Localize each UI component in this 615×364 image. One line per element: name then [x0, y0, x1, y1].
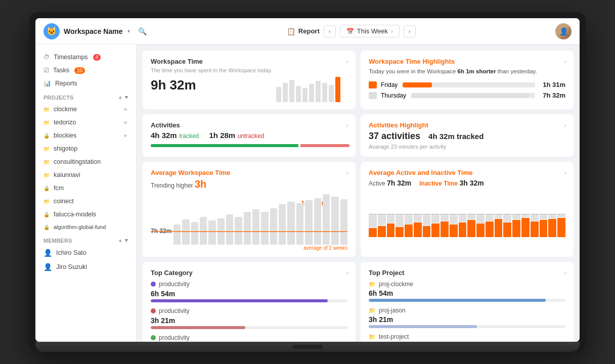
sidebar-item-blockies[interactable]: 🔒 blockies ★: [35, 129, 136, 142]
tasks-icon: ☑: [43, 67, 49, 74]
thursday-row: Thursday 7h 32m: [369, 92, 565, 99]
chart-bar: [296, 86, 301, 102]
timestamps-icon: ⏱: [43, 54, 50, 61]
avg-bar: [270, 208, 277, 245]
inactive-label: Inactive Time: [419, 180, 459, 187]
add-project-button[interactable]: +: [119, 95, 122, 101]
thursday-bar-bg: [411, 93, 535, 98]
tp-bar-fill-2: [369, 325, 477, 328]
aai-bar-group: [459, 192, 467, 237]
sidebar-item-jiro[interactable]: 👤 Jiro Suzuki: [35, 260, 136, 274]
sidebar-item-ichiro[interactable]: 👤 Ichiro Sato: [35, 246, 136, 260]
sidebar-item-clockme[interactable]: 📁 clockme ★: [35, 103, 136, 116]
sidebar-item-shigotop[interactable]: 📁 shigotop: [35, 142, 136, 155]
top-category-arrow[interactable]: ›: [346, 269, 348, 277]
avatar[interactable]: 👤: [555, 23, 572, 39]
aai-bar-group: [486, 192, 494, 237]
projects-collapse-icon[interactable]: ▾: [125, 94, 128, 101]
avg-wt-arrow[interactable]: ›: [346, 169, 348, 176]
tc-bar-fill-2: [151, 326, 245, 329]
aai-stats: Active 7h 32m Inactive Time 3h 32m: [369, 178, 565, 188]
thursday-dot: [369, 92, 377, 99]
folder-icon: 📁: [43, 120, 50, 125]
activities-avg: Avarage 23 minutes per activity: [369, 144, 565, 150]
untracked-value: 1h 28m: [209, 131, 236, 140]
activities-progress-bar: [151, 144, 347, 147]
logo-area: 🐱 Workspace Name ▾ 🔍: [43, 23, 147, 39]
avg-bar: [287, 202, 294, 245]
chart-bar: [316, 81, 321, 102]
lock-icon: 🔒: [43, 224, 50, 230]
aai-bar-group: [503, 192, 511, 237]
top-category-item-3: productivity: [151, 334, 347, 341]
sidebar-item-fcm[interactable]: 🔒 fcm: [35, 181, 136, 195]
members-collapse-icon[interactable]: ▾: [125, 237, 128, 244]
add-member-button[interactable]: +: [119, 238, 122, 244]
aai-bar-group: [557, 192, 565, 237]
aai-bar-group: [521, 192, 530, 237]
avg-bar: [173, 224, 181, 245]
chart-bar-current: [335, 77, 340, 102]
aai-chart: [369, 192, 565, 237]
tracked-progress: [151, 144, 298, 147]
highlights-arrow[interactable]: ›: [564, 58, 566, 65]
chart-bar: [302, 88, 308, 102]
activities-highlight-title: Activities Highlight: [369, 121, 565, 129]
sidebar-item-timestamps[interactable]: ⏱ Timestamps 4: [35, 51, 136, 64]
aai-bar-group: [423, 192, 431, 237]
sidebar-item-reports[interactable]: 📊 Reports: [35, 77, 136, 90]
sidebar-item-tasks[interactable]: ☑ Tasks 10: [35, 64, 136, 77]
sidebar-item-tedorizo[interactable]: 📁 tedorizo ★: [35, 116, 136, 129]
avg-wt-chart: [151, 194, 347, 245]
workspace-dropdown-icon[interactable]: ▾: [127, 28, 130, 34]
avg-workspace-time-card: Average Workspace Time › Trending higher…: [143, 162, 356, 257]
avg-bar: [340, 199, 347, 245]
workspace-time-arrow[interactable]: ›: [346, 58, 348, 65]
aai-arrow[interactable]: ›: [564, 169, 566, 176]
star-icon-clockme[interactable]: ★: [123, 106, 128, 113]
workspace-name: Workspace Name: [64, 27, 122, 35]
aai-bar-group: [378, 192, 386, 237]
search-icon[interactable]: 🔍: [138, 27, 147, 35]
report-nav: 📋 Report: [287, 27, 320, 35]
chart-bar: [309, 84, 314, 102]
tc-label-row-3: productivity: [151, 334, 347, 341]
avg-bar: [279, 204, 286, 245]
workspace-time-title: Workspace Time: [151, 58, 347, 65]
sidebar-item-algorithm[interactable]: 🔒 algorithm-global-fund: [35, 221, 136, 233]
sidebar-item-falucca[interactable]: 🔒 falucca-models: [35, 208, 136, 221]
tp-bar-bg-2: [369, 325, 565, 328]
star-icon-blockies[interactable]: ★: [123, 132, 128, 139]
prev-period-button[interactable]: ‹: [324, 25, 336, 37]
tc-label-row-2: productivity: [151, 307, 347, 314]
friday-value: 1h 31m: [540, 81, 565, 88]
top-project-item-3: 📁 test-project: [369, 333, 565, 340]
chart-bar: [283, 83, 288, 102]
avg-bar: [296, 203, 303, 245]
avg-bar: [323, 194, 330, 245]
friday-bar-fill: [403, 82, 432, 87]
top-project-arrow[interactable]: ›: [564, 269, 566, 277]
next-period-button[interactable]: ›: [404, 25, 416, 37]
aai-bar-group: [531, 192, 539, 237]
projects-section-header: Projects + ▾: [35, 90, 136, 103]
sidebar-item-kaiunnavi[interactable]: 📁 kaiunnavi: [35, 168, 136, 181]
avg-bar: [244, 212, 251, 245]
avg-bar: [208, 220, 215, 245]
star-icon-tedorizo[interactable]: ★: [123, 119, 128, 126]
sidebar-item-consultingstation[interactable]: 📁 consultingstation: [35, 155, 136, 168]
aai-bar-group: [405, 192, 413, 237]
activities-highlight-arrow[interactable]: ›: [564, 121, 566, 129]
chart-bar: [276, 87, 281, 102]
workspace-time-subtitle: The time you have spent in the Workspace…: [151, 67, 347, 73]
top-category-title: Top Category: [151, 269, 347, 277]
aai-bar-group: [431, 192, 440, 237]
activities-arrow[interactable]: ›: [346, 121, 348, 129]
aai-bar-group: [467, 192, 475, 237]
sidebar-item-coinect[interactable]: 📁 coinect: [35, 195, 136, 208]
period-selector[interactable]: 📅 This Week ›: [340, 25, 400, 37]
activities-card: Activities › 4h 32m tracked 1h 28m untra…: [143, 114, 356, 157]
aai-bar-group: [441, 192, 449, 237]
friday-bar-bg: [403, 82, 535, 87]
thursday-bar-fill: [411, 93, 529, 98]
